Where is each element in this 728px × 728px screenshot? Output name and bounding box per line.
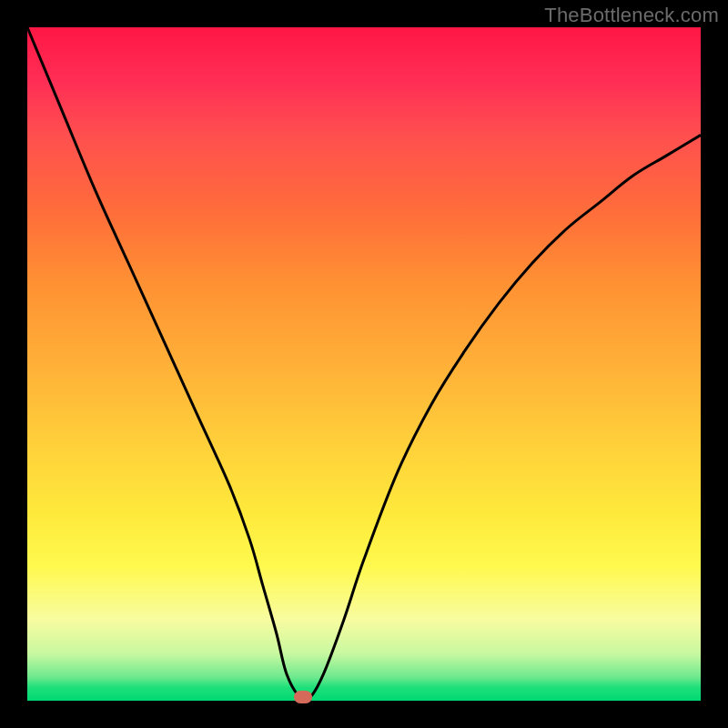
watermark-text: TheBottleneck.com	[544, 4, 719, 27]
chart-frame: TheBottleneck.com	[0, 0, 728, 728]
plot-area	[27, 27, 701, 701]
min-marker	[294, 691, 312, 703]
bottleneck-curve-path	[27, 27, 701, 701]
curve-svg	[27, 27, 701, 701]
